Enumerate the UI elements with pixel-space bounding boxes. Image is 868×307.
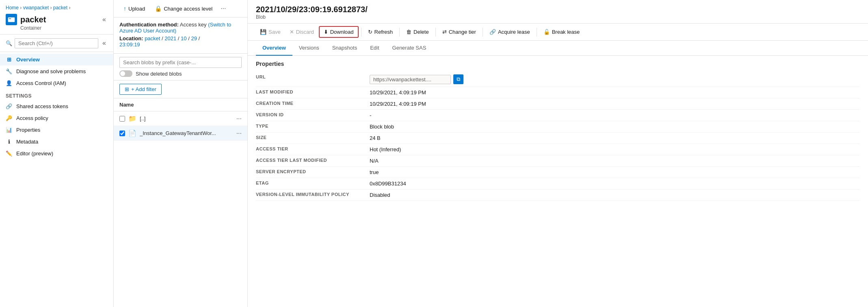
- breadcrumb-home[interactable]: Home: [6, 5, 19, 11]
- prop-key-size: SIZE: [256, 135, 370, 140]
- collapse-sidebar-button[interactable]: «: [101, 14, 108, 25]
- prop-row-version-id: VERSION ID -: [256, 110, 860, 121]
- prop-val-type: Block blob: [370, 124, 394, 130]
- prop-key-server-encrypted: SERVER ENCRYPTED: [256, 169, 370, 174]
- breadcrumb-vwanpacket[interactable]: vwanpacket: [23, 5, 49, 11]
- discard-button[interactable]: ✕ Discard: [286, 27, 318, 37]
- prop-key-type: TYPE: [256, 124, 370, 128]
- break-lease-icon: 🔓: [543, 29, 550, 35]
- sidebar-item-properties[interactable]: 📊 Properties: [0, 124, 113, 136]
- tab-overview[interactable]: Overview: [256, 41, 292, 56]
- change-tier-button[interactable]: ⇄ Change tier: [438, 27, 480, 37]
- location-time-link[interactable]: 23:09:19: [119, 41, 140, 48]
- location-29-link[interactable]: 29: [191, 35, 197, 41]
- prop-key-access-tier: ACCESS TIER: [256, 146, 370, 151]
- tab-versions[interactable]: Versions: [292, 41, 326, 56]
- show-deleted-toggle[interactable]: [119, 70, 132, 77]
- auth-method-row: Authentication method: Access key (Switc…: [119, 22, 242, 34]
- delete-button[interactable]: 🗑 Delete: [402, 27, 433, 37]
- blob-search-input[interactable]: [119, 57, 242, 68]
- sidebar-item-iam-label: Access Control (IAM): [16, 80, 66, 86]
- prop-val-access-tier-modified: N/A: [370, 158, 379, 164]
- svg-rect-2: [9, 18, 10, 19]
- sidebar-item-shared-access-label: Shared access tokens: [16, 103, 68, 109]
- download-icon: ⬇: [324, 29, 328, 35]
- tab-edit[interactable]: Edit: [364, 41, 385, 56]
- save-icon: 💾: [260, 29, 266, 35]
- sidebar-item-overview[interactable]: ⊞ Overview: [0, 54, 113, 65]
- prop-val-access-tier: Hot (Inferred): [370, 146, 401, 152]
- upload-button[interactable]: ↑ Upload: [119, 3, 149, 14]
- prop-val-url: https://vwanpackettest.... ⧉: [370, 74, 463, 84]
- sidebar-item-access-policy[interactable]: 🔑 Access policy: [0, 112, 113, 124]
- file-item-instance[interactable]: 📄 _Instance_GatewayTenantWor... ···: [114, 126, 247, 141]
- sidebar-item-shared-access-tokens[interactable]: 🔗 Shared access tokens: [0, 100, 113, 112]
- editor-icon: ✏️: [6, 150, 12, 157]
- tab-snapshots[interactable]: Snapshots: [326, 41, 364, 56]
- prop-key-access-tier-modified: ACCESS TIER LAST MODIFIED: [256, 158, 370, 163]
- acquire-lease-button[interactable]: 🔗 Acquire lease: [485, 27, 534, 37]
- toolbar-divider-2: [399, 28, 400, 37]
- prop-val-etag: 0x8D99B31234: [370, 181, 406, 187]
- sidebar-item-iam[interactable]: 👤 Access Control (IAM): [0, 77, 113, 89]
- auth-location-row: Location: packet / 2021 / 10 / 29 / 23:0…: [119, 35, 242, 48]
- change-access-button[interactable]: 🔒 Change access level: [151, 3, 216, 14]
- document-icon: 📄: [128, 129, 136, 137]
- add-filter-button[interactable]: ⊞ + Add filter: [119, 84, 162, 95]
- iam-icon: 👤: [6, 80, 12, 86]
- delete-label: Delete: [413, 29, 429, 35]
- acquire-lease-label: Acquire lease: [498, 29, 530, 35]
- search-icon: 🔍: [6, 40, 12, 46]
- tab-generate-sas[interactable]: Generate SAS: [386, 41, 433, 56]
- properties-section: Properties URL https://vwanpackettest...…: [248, 56, 868, 307]
- add-filter-label: + Add filter: [131, 86, 156, 92]
- diagnose-icon: 🔧: [6, 68, 12, 74]
- properties-title: Properties: [256, 61, 860, 67]
- download-button[interactable]: ⬇ Download: [319, 26, 359, 38]
- save-button[interactable]: 💾 Save: [256, 27, 285, 37]
- auth-location-label: Location:: [119, 35, 143, 41]
- prop-row-immutability: VERSION-LEVEL IMMUTABILITY POLICY Disabl…: [256, 189, 860, 201]
- prop-row-etag: ETAG 0x8D99B31234: [256, 178, 860, 189]
- blob-search-section: Show deleted blobs: [114, 54, 247, 81]
- prop-val-size: 24 B: [370, 135, 381, 141]
- file-more-parent[interactable]: ···: [236, 115, 242, 122]
- container-icon: [6, 14, 17, 25]
- sidebar-item-metadata[interactable]: ℹ Metadata: [0, 136, 113, 148]
- collapse-nav-button[interactable]: «: [101, 38, 108, 48]
- sidebar-item-editor[interactable]: ✏️ Editor (preview): [0, 148, 113, 159]
- prop-row-type: TYPE Block blob: [256, 121, 860, 133]
- blob-title: 2021/10/29/23:09:19.6912873/: [256, 5, 860, 14]
- acquire-lease-icon: 🔗: [489, 29, 496, 35]
- location-10-link[interactable]: 10: [181, 35, 186, 41]
- copy-url-button[interactable]: ⧉: [453, 74, 463, 84]
- sidebar-header: Home › vwanpacket › packet › packet « Co…: [0, 0, 113, 35]
- refresh-button[interactable]: ↻ Refresh: [364, 27, 397, 37]
- file-more-instance[interactable]: ···: [236, 130, 242, 137]
- search-input[interactable]: [15, 38, 98, 48]
- location-2021-link[interactable]: 2021: [165, 35, 176, 41]
- sidebar-item-diagnose[interactable]: 🔧 Diagnose and solve problems: [0, 65, 113, 77]
- prop-row-size: SIZE 24 B: [256, 133, 860, 144]
- settings-section-label: Settings: [0, 89, 113, 100]
- file-checkbox-parent[interactable]: [119, 116, 125, 122]
- prop-row-creation-time: CREATION TIME 10/29/2021, 4:09:19 PM: [256, 98, 860, 110]
- loc-sep2: /: [178, 35, 181, 41]
- prop-row-last-modified: LAST MODIFIED 10/29/2021, 4:09:19 PM: [256, 87, 860, 98]
- prop-key-url: URL: [256, 74, 370, 79]
- right-panel: 2021/10/29/23:09:19.6912873/ Blob 💾 Save…: [248, 0, 868, 307]
- more-options-button[interactable]: ···: [218, 3, 228, 14]
- break-lease-button[interactable]: 🔓 Break lease: [539, 27, 584, 37]
- resource-type-label: Container: [20, 25, 108, 31]
- overview-icon: ⊞: [6, 57, 12, 63]
- filter-plus-icon: ⊞: [125, 86, 129, 92]
- file-item-parent[interactable]: 📁 [..] ···: [114, 111, 247, 126]
- prop-val-creation-time: 10/29/2021, 4:09:19 PM: [370, 101, 426, 107]
- download-label: Download: [330, 29, 354, 35]
- save-label: Save: [268, 29, 281, 35]
- middle-panel: ↑ Upload 🔒 Change access level ··· Authe…: [114, 0, 248, 307]
- file-checkbox-instance[interactable]: [119, 131, 125, 136]
- location-packet-link[interactable]: packet: [145, 35, 160, 41]
- auth-method-label: Authentication method:: [119, 22, 179, 28]
- breadcrumb-packet[interactable]: packet: [53, 5, 67, 11]
